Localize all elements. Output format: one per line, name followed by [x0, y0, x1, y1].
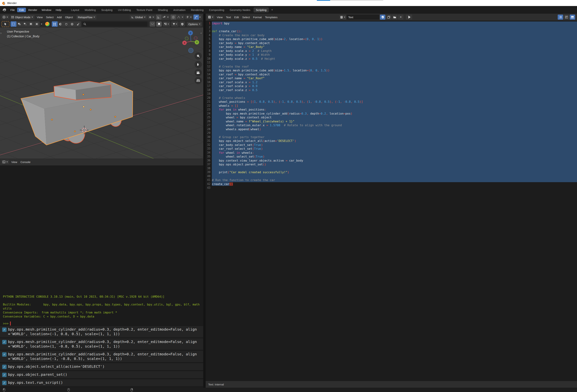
report-checkbox-icon[interactable]: ✓	[2, 340, 6, 344]
overlay-shield-button[interactable]	[180, 22, 185, 27]
add-workspace-button[interactable]: +	[270, 8, 275, 12]
snapping-controls[interactable]	[156, 15, 170, 20]
shading-material-mode[interactable]	[64, 21, 69, 27]
console-prompt[interactable]: >>>	[3, 322, 11, 326]
menu-file[interactable]: File	[8, 8, 17, 12]
active-tool-button[interactable]	[1, 21, 9, 27]
navigation-gizmo[interactable]: Z X Y	[180, 28, 203, 54]
syntax-highlight-toggle[interactable]	[570, 15, 575, 20]
snap-target-icon[interactable]	[161, 15, 167, 20]
workspace-tab-geometry-nodes[interactable]: Geometry Nodes	[227, 7, 252, 12]
collections-hierarchy-button[interactable]	[163, 22, 170, 27]
mode-selector[interactable]: Object Mode	[10, 15, 35, 20]
report-checkbox-icon[interactable]: ✓	[2, 327, 6, 332]
editor-type-button[interactable]	[1, 15, 9, 19]
viewport-menu-object[interactable]: Object	[64, 15, 74, 20]
workspace-tab-scripting[interactable]: Scripting	[253, 7, 269, 12]
select-lasso-mode[interactable]	[28, 21, 34, 27]
workspace-tab-modeling[interactable]: Modeling	[83, 7, 98, 12]
proportional-circle-icon[interactable]	[171, 15, 176, 20]
console-menu-view[interactable]: View	[10, 160, 19, 164]
viewport-canvas[interactable]: User Perspective (1) Collection | Car_Bo…	[0, 28, 203, 159]
transform-orientation-selector[interactable]: Global	[130, 15, 147, 20]
filter-button[interactable]	[171, 22, 179, 27]
report-checkbox-icon[interactable]: ✓	[2, 373, 6, 377]
report-row[interactable]: ✓bpy.ops.mesh.primitive_cylinder_add(rad…	[0, 326, 203, 337]
area-divider[interactable]	[203, 14, 206, 388]
gizmos-toggle-group[interactable]	[193, 15, 202, 20]
retopoflow-menu[interactable]: RetopoFlow	[76, 15, 96, 20]
workspace-tab-rendering[interactable]: Rendering	[189, 7, 206, 12]
svg-text:X: X	[184, 41, 185, 44]
shading-wireframe-mode[interactable]	[58, 21, 64, 27]
select-tweak-mode[interactable]	[16, 21, 22, 27]
text-datablock-icon-button[interactable]	[339, 15, 346, 19]
workspace-tab-texture-paint[interactable]: Texture Paint	[134, 7, 155, 12]
workspace-tab-animation[interactable]: Animation	[171, 7, 188, 12]
viewport-menu-select[interactable]: Select	[44, 15, 55, 20]
pivot-point-selector[interactable]	[148, 15, 155, 19]
menu-render[interactable]: Render	[26, 8, 39, 12]
line-numbers-toggle[interactable]: 12	[558, 15, 563, 20]
zoom-view-button[interactable]	[194, 52, 202, 60]
pan-view-button[interactable]	[194, 61, 202, 68]
editor-type-button-text[interactable]	[207, 15, 215, 19]
select-circle-mode[interactable]	[22, 21, 28, 27]
report-row[interactable]: ✓bpy.ops.object.parent_set()	[0, 371, 203, 378]
text-menu-view[interactable]: View	[215, 15, 224, 20]
shading-rendered-mode[interactable]	[69, 21, 75, 27]
python-console[interactable]: PYTHON INTERACTIVE CONSOLE 3.10.13 (main…	[0, 165, 203, 388]
viewport-search-box[interactable]	[82, 22, 148, 27]
select-mode-dropdown[interactable]	[41, 24, 42, 25]
menu-edit[interactable]: Edit	[17, 8, 26, 12]
workspace-tab-layout[interactable]: Layout	[69, 7, 81, 12]
select-intersect-mode[interactable]	[34, 21, 40, 27]
options-menu[interactable]: Options	[187, 22, 202, 26]
text-menu-format[interactable]: Format	[252, 15, 263, 20]
text-menu-text[interactable]: Text	[224, 15, 233, 20]
snap-magnet-icon[interactable]	[156, 15, 161, 20]
report-row[interactable]: ✓bpy.ops.mesh.primitive_cylinder_add(rad…	[0, 351, 203, 362]
annotate-brush-mode[interactable]	[75, 21, 81, 27]
report-checkbox-icon[interactable]: ✓	[2, 352, 6, 357]
material-preview-ball[interactable]	[45, 22, 50, 26]
text-menu-templates[interactable]: Templates	[263, 15, 279, 20]
report-row[interactable]: ✓bpy.ops.object.select_all(action='DESEL…	[0, 363, 203, 370]
new-text-button[interactable]	[386, 15, 392, 20]
code-editor[interactable]: 1import bpy2 3def create_car():4 # Creat…	[206, 21, 577, 381]
console-menu-console[interactable]: Console	[19, 160, 32, 164]
bookmark-button[interactable]	[156, 22, 162, 27]
text-datablock-name-field[interactable]: Text	[346, 15, 379, 20]
workspace-tab-shading[interactable]: Shading	[156, 7, 170, 12]
menu-window[interactable]: Window	[39, 8, 53, 12]
orthographic-toggle-button[interactable]	[194, 77, 202, 84]
proportional-editing-controls[interactable]	[171, 15, 184, 20]
workspace-tab-uv-editing[interactable]: UV Editing	[116, 7, 133, 12]
workspace-tab-compositing[interactable]: Compositing	[207, 7, 226, 12]
report-checkbox-icon[interactable]: ✓	[2, 365, 6, 369]
run-script-button[interactable]	[406, 15, 412, 20]
shading-solid-mode[interactable]	[52, 21, 58, 27]
open-text-button[interactable]	[392, 15, 397, 20]
report-row[interactable]: ✓bpy.ops.mesh.primitive_cylinder_add(rad…	[0, 338, 203, 350]
workspace-tab-sculpting[interactable]: Sculpting	[99, 7, 115, 12]
fake-user-shield-button[interactable]	[380, 15, 385, 20]
report-checkbox-icon[interactable]: ✓	[2, 381, 6, 385]
smooth-curve-button[interactable]	[150, 22, 155, 27]
select-box-mode[interactable]	[11, 21, 16, 27]
editor-type-button-console[interactable]	[1, 160, 9, 164]
gizmos-toggle-button[interactable]	[193, 15, 199, 20]
viewport-menu-add[interactable]: Add	[55, 15, 64, 20]
word-wrap-toggle[interactable]	[564, 15, 569, 20]
viewport-menu-view[interactable]: View	[35, 15, 44, 20]
falloff-curve-icon[interactable]	[176, 15, 181, 20]
camera-view-button[interactable]	[194, 69, 202, 76]
text-menu-select[interactable]: Select	[241, 15, 252, 20]
unlink-text-button[interactable]: ×	[398, 15, 403, 20]
blender-menu-logo-icon[interactable]	[2, 8, 6, 11]
show-gizmo-selector[interactable]	[185, 15, 193, 19]
report-row[interactable]: ✓bpy.ops.text.run_script()	[0, 379, 203, 386]
toolbar-expand-arrow[interactable]: ›	[0, 31, 1, 35]
text-menu-edit[interactable]: Edit	[233, 15, 241, 20]
menu-help[interactable]: Help	[54, 8, 64, 12]
